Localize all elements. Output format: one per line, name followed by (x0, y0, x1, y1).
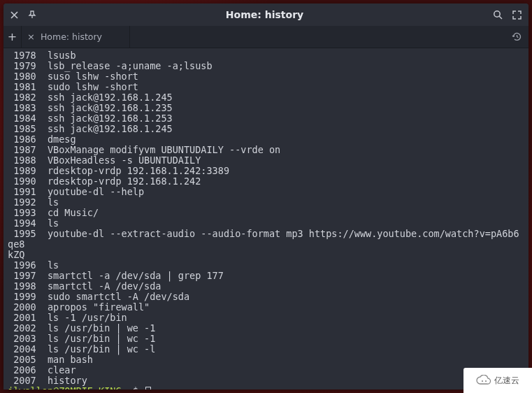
watermark: 亿速云 (463, 368, 532, 393)
history-number: 1980 (8, 71, 48, 82)
history-line: 2004 ls /usr/bin | wc -l (8, 344, 524, 355)
history-line: 1978 lsusb (8, 50, 524, 61)
history-number: 1985 (8, 123, 48, 134)
history-command: ls (48, 217, 59, 229)
history-line: 1982 ssh jack@192.168.1.245 (8, 92, 524, 103)
history-command: ls (48, 196, 59, 208)
prompt[interactable]: jlwallen@ZOMBIE-KING:~$ (8, 386, 524, 390)
history-line: 2000 apropos "firewall" (8, 302, 524, 313)
history-number: 2002 (8, 322, 48, 334)
prompt-user: jlwallen (8, 385, 53, 390)
history-command: rdesktop-vrdp 192.168.1.242:3389 (48, 165, 229, 176)
history-line: 1993 cd Music/ (8, 208, 524, 218)
history-line: 1997 smartctl -a /dev/sda | grep 177 (8, 271, 524, 281)
history-command-wrap: kZQ (8, 250, 524, 260)
history-line: 1995 youtube-dl --extract-audio --audio-… (8, 229, 524, 250)
history-line: 1992 ls (8, 197, 524, 208)
history-command: ls /usr/bin | wc -1 (48, 333, 155, 344)
history-number: 1988 (8, 155, 48, 166)
history-line: 2007 history (8, 376, 524, 386)
history-number: 1995 (8, 228, 48, 239)
history-command: dmesg (48, 134, 76, 145)
history-number: 1994 (8, 217, 48, 229)
close-icon[interactable] (10, 11, 18, 19)
history-command: ls /usr/bin | wc -l (48, 343, 155, 355)
history-line: 2003 ls /usr/bin | wc -1 (8, 334, 524, 344)
history-command: smartctl -A /dev/sda (48, 280, 161, 292)
svg-point-0 (494, 11, 500, 17)
history-line: 1998 smartctl -A /dev/sda (8, 281, 524, 292)
history-number: 2001 (8, 312, 48, 323)
history-command: cd Music/ (48, 207, 99, 218)
history-number: 1984 (8, 113, 48, 124)
history-number: 2000 (8, 301, 48, 313)
history-command: rdesktop-vrdp 192.168.1.242 (48, 176, 201, 187)
pin-icon[interactable] (28, 10, 36, 19)
history-number: 1990 (8, 176, 48, 187)
history-command: clear (48, 364, 76, 376)
prompt-dollar: $ (133, 385, 144, 390)
window-title: Home: history (36, 9, 493, 20)
history-command: lsb_release -a;uname -a;lsusb (48, 60, 213, 71)
history-command: smartctl -a /dev/sda | grep 177 (48, 270, 224, 281)
history-command: youtube-dl --extract-audio --audio-forma… (8, 228, 519, 250)
history-number: 1986 (8, 134, 48, 145)
history-number: 2005 (8, 354, 48, 365)
history-command: ssh jack@192.168.1.253 (48, 113, 173, 124)
history-number: 1992 (8, 196, 48, 208)
history-line: 2002 ls /usr/bin | we -1 (8, 323, 524, 334)
history-number: 1983 (8, 102, 48, 113)
history-line: 1990 rdesktop-vrdp 192.168.1.242 (8, 176, 524, 187)
search-icon[interactable] (493, 10, 503, 20)
history-number: 1997 (8, 270, 48, 281)
history-number: 2004 (8, 343, 48, 355)
tabbar: + × Home: history (3, 26, 529, 48)
history-line: 1983 ssh jack@192.168.1.235 (8, 103, 524, 113)
tab-home-history[interactable]: × Home: history (22, 26, 130, 48)
history-number: 1979 (8, 60, 48, 71)
history-line: 2001 ls -1 /usr/bin (8, 313, 524, 323)
history-command: ls /usr/bin | we -1 (48, 322, 155, 334)
history-command: lsusb (48, 50, 76, 61)
history-line: 1994 ls (8, 218, 524, 229)
history-line: 1979 lsb_release -a;uname -a;lsusb (8, 61, 524, 71)
history-line: 2005 man bash (8, 355, 524, 365)
tab-close-icon[interactable]: × (27, 31, 35, 42)
history-line: 1996 ls (8, 260, 524, 271)
history-number: 1998 (8, 280, 48, 292)
history-command: ssh jack@192.168.1.235 (48, 102, 173, 113)
history-command: youtube-dl --help (48, 186, 144, 197)
history-command: ssh jack@192.168.1.245 (48, 123, 173, 134)
history-number: 1999 (8, 291, 48, 302)
prompt-path: ~ (127, 385, 133, 390)
history-line: 1999 sudo smartctl -A /dev/sda (8, 292, 524, 302)
prompt-host: ZOMBIE-KING (59, 385, 121, 390)
history-command: ls -1 /usr/bin (48, 312, 127, 323)
history-line: 1989 rdesktop-vrdp 192.168.1.242:3389 (8, 166, 524, 176)
terminal-output[interactable]: 1978 lsusb 1979 lsb_release -a;uname -a;… (3, 48, 529, 390)
history-number: 1989 (8, 165, 48, 176)
history-number: 2006 (8, 364, 48, 376)
history-command: suso lshw -short (48, 71, 138, 82)
history-command: ssh jack@192.168.1.245 (48, 92, 173, 103)
prompt-at: @ (53, 385, 59, 390)
history-command: sudo lshw -short (48, 81, 138, 92)
history-line: 1984 ssh jack@192.168.1.253 (8, 113, 524, 124)
history-command: history (48, 375, 87, 386)
history-command: man bash (48, 354, 93, 365)
svg-point-1 (482, 380, 483, 382)
history-number: 1982 (8, 92, 48, 103)
new-tab-button[interactable]: + (3, 26, 22, 48)
history-command: VBoxManage modifyvm UBUNTUDAILY --vrde o… (48, 144, 280, 155)
history-number: 2007 (8, 375, 48, 386)
tab-history-icon[interactable] (505, 26, 529, 48)
history-number: 2003 (8, 333, 48, 344)
tab-label: Home: history (41, 31, 102, 42)
fullscreen-icon[interactable] (512, 10, 522, 20)
history-line: 1981 sudo lshw -short (8, 82, 524, 92)
terminal-window: Home: history + × Home: history 1978 lsu… (3, 3, 529, 390)
history-number: 1978 (8, 50, 48, 61)
history-line: 1985 ssh jack@192.168.1.245 (8, 124, 524, 134)
history-number: 1993 (8, 207, 48, 218)
history-command: VBoxHeadless -s UBUNTUDAILY (48, 155, 201, 166)
